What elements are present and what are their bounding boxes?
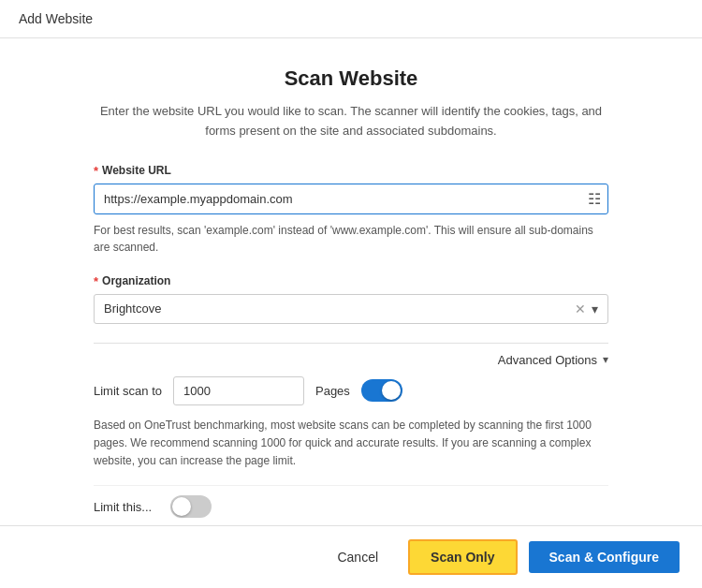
limit-scan-toggle[interactable] (361, 379, 402, 402)
url-field-label: * Website URL (94, 164, 608, 178)
benchmarking-hint: Based on OneTrust benchmarking, most web… (94, 417, 608, 471)
limit-scan-label: Limit scan to (94, 384, 162, 398)
modal-overlay: Add Website Scan Website Enter the websi… (0, 0, 702, 588)
toggle-knob (382, 381, 401, 400)
limit-scan-row: Limit scan to Pages (94, 376, 608, 405)
another-limit-toggle[interactable] (170, 495, 212, 518)
limit-scan-input[interactable] (173, 376, 304, 405)
org-select-value: Brightcove (104, 301, 575, 316)
modal-footer: Cancel Scan Only Scan & Configure (0, 525, 702, 588)
org-select-clear-icon[interactable]: ✕ (575, 301, 586, 316)
advanced-options-toggle[interactable]: Advanced Options ▾ (94, 344, 608, 376)
modal-content: Scan Website Enter the website URL you w… (0, 38, 702, 525)
another-limit-label: Limit this... (94, 500, 159, 514)
modal-title: Scan Website (94, 66, 608, 91)
org-required-star: * (94, 274, 98, 288)
another-toggle-knob (172, 497, 191, 516)
url-field-group: * Website URL ☷ For best results, scan '… (94, 164, 608, 256)
org-field-group: * Organization Brightcove ✕ ▾ (94, 274, 608, 324)
advanced-options-chevron-icon: ▾ (603, 353, 608, 366)
another-limit-row: Limit this... (94, 485, 608, 518)
url-hint-text: For best results, scan 'example.com' ins… (94, 222, 608, 256)
window-title: Add Website (19, 11, 93, 26)
advanced-section: Limit scan to Pages Based on OneTrust be… (94, 376, 608, 525)
org-select-chevron-icon[interactable]: ▾ (592, 301, 598, 316)
cancel-button[interactable]: Cancel (318, 541, 397, 573)
window-title-bar: Add Website (0, 0, 702, 38)
scan-only-button[interactable]: Scan Only (408, 539, 517, 575)
url-icon: ☷ (588, 190, 601, 208)
scan-configure-button[interactable]: Scan & Configure (529, 541, 680, 573)
modal-description: Enter the website URL you would like to … (94, 102, 608, 141)
advanced-options-label: Advanced Options (498, 353, 597, 367)
url-required-star: * (94, 164, 98, 178)
org-field-label: * Organization (94, 274, 608, 288)
url-input[interactable] (94, 184, 608, 214)
org-select[interactable]: Brightcove ✕ ▾ (94, 294, 608, 324)
url-input-wrapper: ☷ (94, 184, 608, 214)
org-label-text: Organization (102, 274, 170, 287)
pages-label: Pages (315, 384, 350, 398)
url-label-text: Website URL (102, 164, 171, 177)
